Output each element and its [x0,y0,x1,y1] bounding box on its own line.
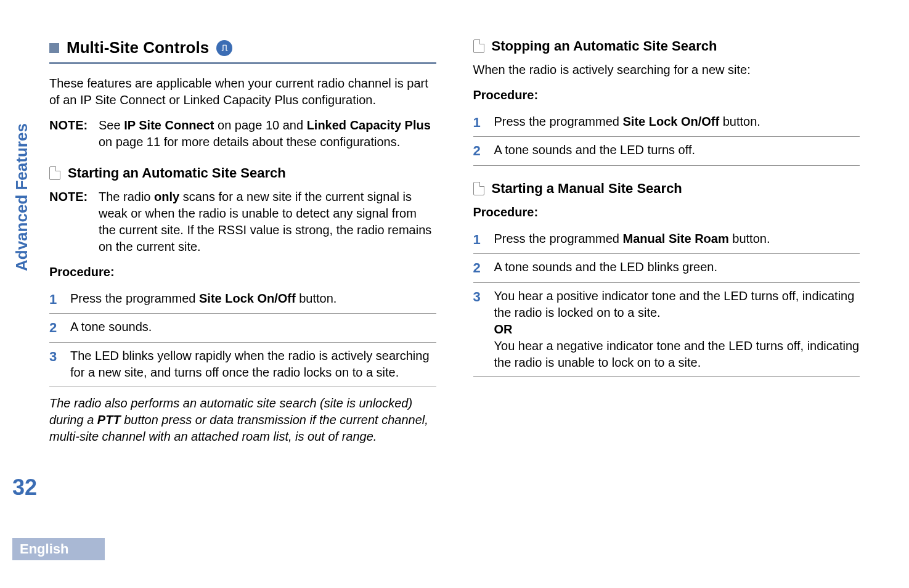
text: See [99,118,124,132]
note-body: The radio only scans for a new site if t… [99,189,436,255]
main-heading-row: Multi-Site Controls ⎍ [49,37,436,59]
text: button. [296,292,337,305]
step-body: You hear a positive indicator tone and t… [494,288,860,371]
left-column: Multi-Site Controls ⎍ These features are… [49,25,436,551]
procedure-step: 3 The LED blinks yellow rapidly when the… [49,343,436,386]
step-number: 2 [473,259,494,277]
procedure-step: 1 Press the programmed Site Lock On/Off … [49,285,436,314]
note-label: NOTE: [49,117,99,150]
page-number: 32 [12,475,37,500]
bold-text: only [154,190,179,203]
step-body: Press the programmed Manual Site Roam bu… [494,231,860,249]
procedure-label: Procedure: [473,87,860,104]
text: You hear a positive indicator tone and t… [494,289,855,319]
procedure-label: Procedure: [473,204,860,221]
step-number: 2 [49,319,70,337]
note-body: See IP Site Connect on page 10 and Linke… [99,117,436,150]
step-number: 1 [49,290,70,309]
note-block-1: NOTE: See IP Site Connect on page 10 and… [49,117,436,150]
document-icon [473,182,484,195]
note-block-2: NOTE: The radio only scans for a new sit… [49,189,436,255]
text: button. [729,232,770,245]
step-number: 1 [473,113,494,132]
step-body: A tone sounds and the LED turns off. [494,142,860,160]
intro-paragraph: When the radio is actively searching for… [473,62,860,78]
sub-heading: Starting an Automatic Site Search [68,164,286,182]
text: A tone sounds and the LED turns off. [494,143,696,157]
sub-heading-row: Stopping an Automatic Site Search [473,37,860,55]
procedure-step: 2 A tone sounds. [49,314,436,343]
step-number: 1 [473,231,494,249]
step-body: Press the programmed Site Lock On/Off bu… [494,113,860,132]
text: Press the programmed [494,232,623,245]
text: Press the programmed [70,292,199,305]
text: on page 10 and [214,118,306,132]
square-bullet-icon [49,43,59,53]
sub-heading: Starting a Manual Site Search [492,179,682,198]
bold-text: PTT [97,413,121,427]
note-label: NOTE: [49,189,99,255]
or-label: OR [494,322,513,336]
bold-text: Manual Site Roam [622,232,728,245]
right-column: Stopping an Automatic Site Search When t… [473,25,860,551]
text: You hear a negative indicator tone and t… [494,339,860,369]
procedure-step: 2 A tone sounds and the LED blinks green… [473,254,860,283]
step-body: A tone sounds. [70,319,436,337]
italic-note: The radio also performs an automatic sit… [49,395,436,445]
step-number: 3 [49,348,70,381]
procedure-step: 1 Press the programmed Manual Site Roam … [473,226,860,255]
procedure-step: 3 You hear a positive indicator tone and… [473,283,860,377]
step-number: 2 [473,142,494,160]
document-icon [49,166,60,180]
page-content: Multi-Site Controls ⎍ These features are… [49,25,860,551]
bold-text: IP Site Connect [124,118,214,132]
procedure-label: Procedure: [49,264,436,280]
sidebar-tab: Advanced Features [12,123,31,271]
text: A tone sounds. [70,320,152,333]
text: The radio [99,190,154,203]
sub-heading-row: Starting an Automatic Site Search [49,164,436,182]
bold-text: Site Lock On/Off [622,115,719,128]
step-body: Press the programmed Site Lock On/Off bu… [70,290,436,309]
heading-rule [49,62,436,64]
intro-paragraph: These features are applicable when your … [49,75,436,108]
text: The LED blinks yellow rapidly when the r… [70,349,430,379]
sub-heading: Stopping an Automatic Site Search [492,37,717,55]
text: A tone sounds and the LED blinks green. [494,260,717,274]
step-number: 3 [473,288,494,371]
text: Press the programmed [494,115,623,128]
step-body: The LED blinks yellow rapidly when the r… [70,348,436,381]
bold-text: Linked Capacity Plus [307,118,431,132]
document-icon [473,39,484,53]
main-heading: Multi-Site Controls [67,37,209,59]
text: button. [719,115,760,128]
step-body: A tone sounds and the LED blinks green. [494,259,860,277]
sub-heading-row: Starting a Manual Site Search [473,179,860,198]
bold-text: Site Lock On/Off [199,292,296,305]
text: on page 11 for more details about these … [99,135,400,149]
procedure-step: 2 A tone sounds and the LED turns off. [473,137,860,166]
procedure-step: 1 Press the programmed Site Lock On/Off … [473,108,860,137]
antenna-feature-icon: ⎍ [216,40,232,56]
